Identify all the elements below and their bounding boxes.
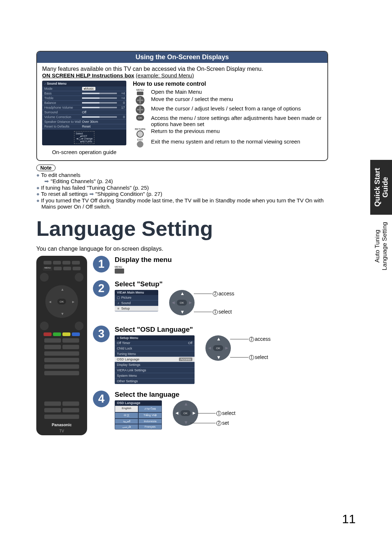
note-label: Note bbox=[36, 165, 56, 171]
lang-intro: You can change language for on-screen di… bbox=[36, 246, 328, 252]
panel-using-osd: Using the On-Screen Displays Many featur… bbox=[36, 51, 328, 161]
help-label: ON SCREEN HELP Instructions box bbox=[42, 72, 134, 78]
step-3-title: Select "OSD Language" bbox=[115, 326, 328, 334]
notes-list: To edit channels ➡ "Editing Channels" (p… bbox=[36, 172, 328, 210]
step-2-ball: 2 bbox=[93, 280, 110, 297]
page-title: Language Setting bbox=[36, 216, 328, 241]
dpad-step4: OK ▲▼◄► bbox=[173, 400, 198, 426]
main-menu: VIEᴙA Main Menu ▢ Picture♪ Sound≡ Setup bbox=[115, 290, 158, 311]
page-number: 11 bbox=[342, 512, 356, 526]
help-example: (example: Sound Menu) bbox=[136, 72, 194, 78]
step-1-ball: 1 bbox=[93, 256, 110, 272]
remote-illustration: MENU OK ▲ ▼ ◄ ► Panasonic bbox=[36, 256, 87, 436]
sound-menu-title: Sound Menu bbox=[47, 82, 66, 85]
osd-language-menu: OSD Language Englishภาษาไทย中文Tiếng Việtا… bbox=[115, 400, 162, 429]
osd-guide-label: On-screen operation guide bbox=[42, 149, 126, 155]
dpad-step2: OK ▲▼◄► bbox=[169, 290, 195, 315]
remote-dpad: OK ▲ ▼ ◄ ► bbox=[45, 285, 78, 318]
step-2-title: Select "Setup" bbox=[115, 280, 328, 288]
step-4-ball: 4 bbox=[93, 391, 110, 407]
osd-foot-note: Select ●EXIT ◄◯►Change ●RETURN bbox=[74, 131, 94, 144]
side-tab: Auto TuningLanguage Setting Quick StartG… bbox=[370, 160, 392, 270]
panel-intro: Many features available on this TV can b… bbox=[42, 66, 322, 72]
step-3-ball: 3 bbox=[93, 326, 110, 342]
sound-menu: ♪ Sound Menu Mode◂MusicBass+4Treble+4Bal… bbox=[42, 81, 126, 145]
dpad-step3: OK ▲▼◄► bbox=[205, 335, 231, 361]
panel-title: Using the On-Screen Displays bbox=[37, 52, 327, 63]
setup-menu: ≡ Setup Menu Off TimerOffChild LockTunin… bbox=[115, 335, 195, 384]
step-4-title: Select the language bbox=[115, 391, 328, 399]
howto-title: How to use remote control bbox=[133, 81, 322, 87]
step-1-title: Display the menu bbox=[115, 256, 328, 264]
